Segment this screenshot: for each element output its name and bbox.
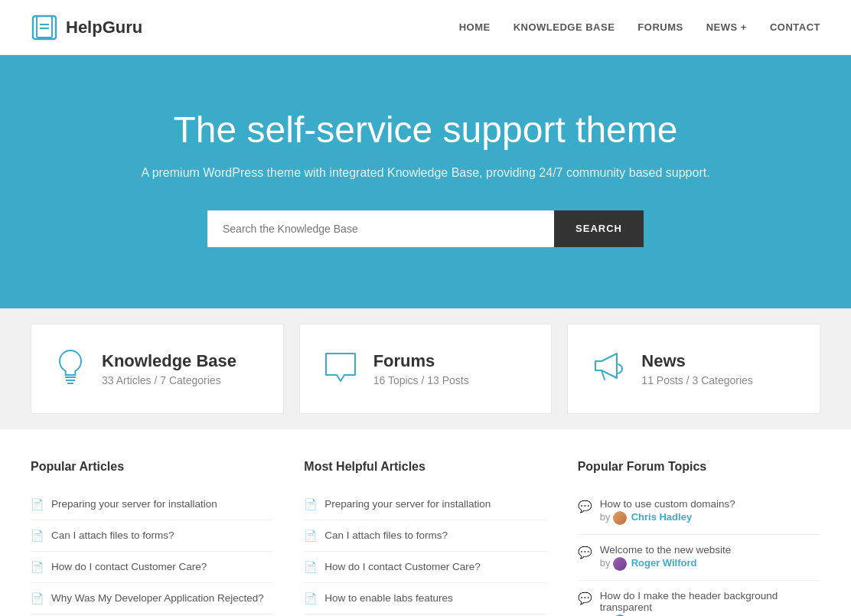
stat-sub-news: 11 Posts / 3 Categories	[641, 374, 753, 386]
header: HelpGuru HOME KNOWLEDGE BASE FORUMS NEWS…	[0, 0, 851, 55]
chat-icon	[323, 350, 358, 387]
forum-author[interactable]: Roger Wilford	[631, 557, 697, 569]
article-text: Can I attach files to forms?	[51, 530, 174, 541]
forum-topic-title[interactable]: How to use custom domains?	[600, 498, 820, 510]
avatar	[613, 511, 627, 525]
forum-topic-title[interactable]: How do I make the header background tran…	[600, 590, 820, 613]
hero-subtitle: A premium WordPress theme with integrate…	[31, 163, 820, 183]
helpful-articles-list: 📄 Preparing your server for installation…	[304, 489, 546, 616]
article-text: Why Was My Developer Application Rejecte…	[51, 592, 264, 604]
hero-section: The self-service support theme A premium…	[0, 55, 851, 308]
stat-info-forums: Forums 16 Topics / 13 Posts	[373, 351, 469, 386]
forum-by: by Roger Wilford	[600, 557, 820, 571]
list-item[interactable]: 📄 Preparing your server for installation	[304, 489, 546, 520]
article-text: How to enable labs features	[324, 592, 452, 604]
chat-bubble-icon: 💬	[578, 546, 592, 559]
doc-icon: 📄	[31, 498, 44, 510]
list-item[interactable]: 📄 Can I attach files to forms?	[304, 520, 546, 552]
stat-sub-kb: 33 Articles / 7 Categories	[102, 374, 236, 386]
list-item[interactable]: 📄 Can I attach files to forms?	[31, 520, 273, 552]
stats-row: Knowledge Base 33 Articles / 7 Categorie…	[0, 308, 851, 429]
search-bar: SEARCH	[207, 210, 644, 247]
logo[interactable]: HelpGuru	[31, 14, 142, 41]
article-text: Can I attach files to forms?	[324, 530, 448, 541]
popular-articles-title: Popular Articles	[31, 460, 273, 474]
forum-item-text: How do I make the header background tran…	[600, 590, 820, 616]
forum-item-text: How to use custom domains? by Chris Hadl…	[600, 498, 820, 525]
stat-label-forums: Forums	[373, 351, 469, 371]
lightbulb-icon	[54, 347, 86, 390]
forum-topics-col: Popular Forum Topics 💬 How to use custom…	[578, 460, 820, 616]
search-button[interactable]: SEARCH	[554, 210, 644, 247]
content-section: Popular Articles 📄 Preparing your server…	[0, 429, 851, 616]
doc-icon: 📄	[31, 561, 44, 573]
stat-label-kb: Knowledge Base	[102, 351, 236, 371]
doc-icon: 📄	[304, 592, 317, 605]
stat-card-knowledge-base[interactable]: Knowledge Base 33 Articles / 7 Categorie…	[31, 324, 284, 414]
list-item[interactable]: 📄 Preparing your server for installation	[31, 489, 273, 520]
helpful-articles-title: Most Helpful Articles	[304, 460, 546, 474]
doc-icon: 📄	[304, 561, 317, 573]
article-text: Preparing your server for installation	[324, 498, 491, 510]
stat-label-news: News	[641, 351, 753, 371]
article-text: Preparing your server for installation	[51, 498, 217, 510]
logo-text: HelpGuru	[66, 18, 142, 37]
list-item: 💬 How to use custom domains? by Chris Ha…	[578, 489, 820, 535]
doc-icon: 📄	[304, 498, 317, 510]
article-text: How do I contact Customer Care?	[324, 561, 480, 572]
list-item[interactable]: 📄 How to enable labs features	[304, 583, 546, 614]
nav-contact[interactable]: CONTACT	[770, 21, 820, 33]
megaphone-icon	[591, 350, 626, 387]
list-item[interactable]: 📄 How do I contact Customer Care?	[31, 552, 273, 583]
forum-by: by Chris Hadley	[600, 511, 820, 525]
list-item[interactable]: 📄 How do I contact Customer Care?	[304, 552, 546, 583]
helpful-articles-col: Most Helpful Articles 📄 Preparing your s…	[304, 460, 546, 616]
chat-bubble-icon: 💬	[578, 592, 592, 605]
stat-info-news: News 11 Posts / 3 Categories	[641, 351, 753, 386]
nav-news[interactable]: NEWS +	[706, 21, 747, 33]
doc-icon: 📄	[31, 592, 44, 605]
stat-card-forums[interactable]: Forums 16 Topics / 13 Posts	[299, 324, 553, 414]
doc-icon: 📄	[304, 530, 317, 542]
svg-rect-1	[37, 16, 52, 37]
hero-title: The self-service support theme	[31, 109, 820, 151]
nav-forums[interactable]: FORUMS	[637, 21, 683, 33]
search-input[interactable]	[207, 210, 554, 247]
nav-home[interactable]: HOME	[459, 21, 491, 33]
forum-topics-list: 💬 How to use custom domains? by Chris Ha…	[578, 489, 820, 616]
stat-info-knowledge-base: Knowledge Base 33 Articles / 7 Categorie…	[102, 351, 236, 386]
main-nav: HOME KNOWLEDGE BASE FORUMS NEWS + CONTAC…	[459, 21, 820, 33]
forum-item-text: Welcome to the new website by Roger Wilf…	[600, 544, 820, 571]
forum-author[interactable]: Chris Hadley	[631, 511, 692, 523]
forum-topics-title: Popular Forum Topics	[578, 460, 820, 474]
popular-articles-col: Popular Articles 📄 Preparing your server…	[31, 460, 273, 616]
stat-sub-forums: 16 Topics / 13 Posts	[373, 374, 469, 386]
stat-card-news[interactable]: News 11 Posts / 3 Categories	[567, 324, 820, 414]
popular-articles-list: 📄 Preparing your server for installation…	[31, 489, 273, 616]
avatar	[613, 557, 627, 571]
list-item[interactable]: 📄 Why Was My Developer Application Rejec…	[31, 583, 273, 614]
article-text: How do I contact Customer Care?	[51, 561, 207, 572]
chat-bubble-icon: 💬	[578, 500, 592, 513]
forum-topic-title[interactable]: Welcome to the new website	[600, 544, 820, 556]
logo-icon	[31, 14, 58, 41]
list-item: 💬 How do I make the header background tr…	[578, 581, 820, 616]
list-item: 💬 Welcome to the new website by Roger Wi…	[578, 535, 820, 581]
nav-knowledge-base[interactable]: KNOWLEDGE BASE	[514, 21, 615, 33]
doc-icon: 📄	[31, 530, 44, 542]
